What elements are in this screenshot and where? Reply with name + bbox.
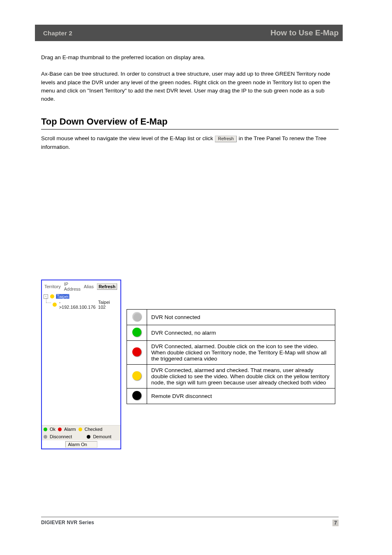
chapter-label: Chapter 2 <box>43 30 72 37</box>
body-section: Drag an E-map thumbnail to the preferred… <box>41 53 339 160</box>
legend-disconnect-label: Disconnect <box>50 434 72 439</box>
tree-panel-toolbar: Territory IP Address Alias Refresh <box>42 280 120 293</box>
node-status-icon <box>53 303 57 307</box>
tree-panel-container: Territory IP Address Alias Refresh - Tai… <box>41 280 121 449</box>
legend-checked-label: Checked <box>85 427 102 432</box>
dot-desc: DVR Connected, no alarm <box>147 325 335 341</box>
legend-alarm-icon <box>58 428 62 431</box>
legend-checked-icon <box>78 428 82 431</box>
dot-cell <box>127 365 147 388</box>
dot-cell <box>127 388 147 404</box>
dot-cell <box>127 310 147 325</box>
table-row: DVR Connected, no alarm <box>127 325 335 341</box>
legend-alarm-label: Alarm <box>64 427 76 432</box>
yellow-dot-icon <box>132 371 141 380</box>
legend-ok-label: Ok <box>50 427 55 432</box>
grey-dot-icon <box>132 312 141 321</box>
chapter-header: Chapter 2 How to Use E-Map <box>35 25 343 41</box>
table-row: DVR Connected, alarmed. Double click on … <box>127 341 335 365</box>
footer-product: DIGIEVER NVR Series <box>41 520 94 526</box>
axbase-instruction: Ax-Base can be tree structured. In order… <box>41 70 339 103</box>
tree-root-label[interactable]: Taipei <box>56 294 69 299</box>
dot-desc: DVR Connected, alarmed and checked. That… <box>147 365 335 388</box>
dot-cell <box>127 341 147 365</box>
page-footer: DIGIEVER NVR Series 7 <box>41 517 339 526</box>
node-status-icon <box>50 294 54 298</box>
dot-cell <box>127 325 147 341</box>
tree-body[interactable]: - Taipei ->192.168.100.176 Taipei 102 <box>42 293 120 425</box>
section-divider <box>41 129 339 130</box>
legend-ok-icon <box>44 428 47 431</box>
tab-territory[interactable]: Territory <box>44 284 61 289</box>
table-row: DVR Connected, alarmed and checked. That… <box>127 365 335 388</box>
table-row: Remote DVR disconnect <box>127 388 335 404</box>
tree-child-ip: ->192.168.100.176 <box>58 300 97 310</box>
legend-row-2: Disconnect Demount <box>42 433 120 440</box>
chapter-title: How to Use E-Map <box>270 28 339 37</box>
black-dot-icon <box>132 391 141 400</box>
tree-panel: Territory IP Address Alias Refresh - Tai… <box>41 280 121 449</box>
red-dot-icon <box>132 347 141 356</box>
legend-demount-icon <box>87 435 90 439</box>
dot-desc: Remote DVR disconnect <box>147 388 335 404</box>
footer-page-number: 7 <box>332 520 339 526</box>
page: Chapter 2 How to Use E-Map Drag an E-map… <box>0 0 392 555</box>
tab-ip-address[interactable]: IP Address <box>64 282 81 291</box>
dot-desc: DVR Connected, alarmed. Double click on … <box>147 341 335 365</box>
dot-desc: DVR Not connected <box>147 310 335 325</box>
tree-root-row[interactable]: - Taipei <box>44 294 119 299</box>
section-heading-overview: Top Down Overview of E-Map <box>41 115 339 128</box>
status-bar-text: Alarm On <box>65 441 97 448</box>
legend-disconnect-icon <box>44 435 47 439</box>
tab-alias[interactable]: Alias <box>84 284 94 289</box>
overview-body-pre: Scroll mouse wheel to navigate the view … <box>41 135 214 141</box>
drag-instruction: Drag an E-map thumbnail to the preferred… <box>41 53 339 62</box>
legend-demount-label: Demount <box>93 434 111 439</box>
overview-body: Scroll mouse wheel to navigate the view … <box>41 134 339 151</box>
legend-row-1: Ok Alarm Checked <box>42 425 120 433</box>
status-color-table: DVR Not connected DVR Connected, no alar… <box>127 309 335 404</box>
green-dot-icon <box>132 328 141 337</box>
table-row: DVR Not connected <box>127 310 335 325</box>
tree-child-row[interactable]: ->192.168.100.176 Taipei 102 <box>44 299 119 310</box>
refresh-button-inline[interactable]: Refresh <box>215 136 237 142</box>
status-bar: Alarm On <box>42 440 120 449</box>
refresh-button[interactable]: Refresh <box>97 283 117 290</box>
footer-page-wrap: 7 <box>330 520 339 526</box>
tree-child-alias: Taipei 102 <box>97 300 119 310</box>
